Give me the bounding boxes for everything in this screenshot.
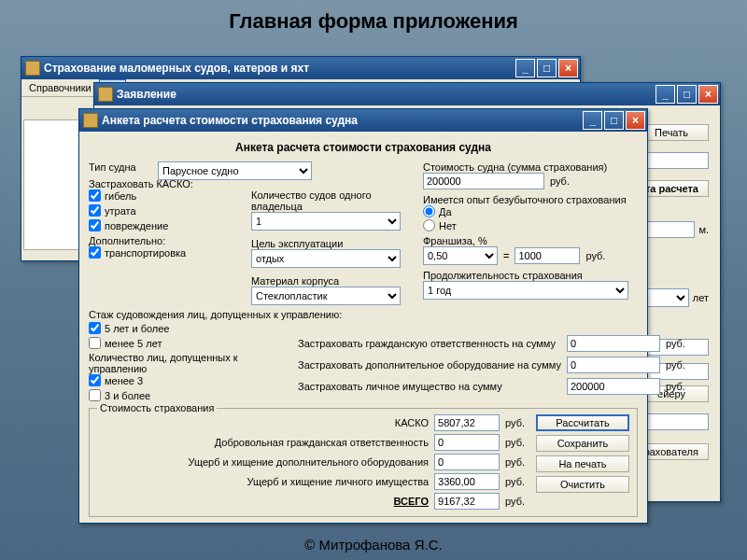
save-button[interactable]: Сохранить (536, 435, 629, 452)
check-transport[interactable] (89, 246, 101, 259)
equals-sign: = (503, 250, 509, 261)
footer: © Митрофанова Я.С. (0, 537, 747, 553)
label-no: Нет (439, 220, 457, 231)
label-rub: руб. (505, 417, 525, 428)
title-bg1: Страхование маломерных судов, катеров и … (44, 62, 515, 75)
select-duration[interactable]: 1 год (423, 281, 628, 300)
label-damage-pers: Ущерб и хищение личного имущества (97, 476, 429, 487)
select-ship-type[interactable]: Парусное судно (158, 161, 312, 180)
label-rub: руб. (666, 359, 685, 371)
label-rub: руб. (505, 476, 525, 487)
title-bg2: Заявление (117, 88, 655, 101)
check-povrezh[interactable] (89, 219, 101, 231)
app-icon (83, 113, 98, 128)
label-rub: руб. (585, 250, 605, 261)
input-cost[interactable] (423, 173, 544, 189)
input-liab[interactable] (567, 335, 660, 352)
out-damage-pers[interactable] (434, 473, 500, 490)
select-franchise-pct[interactable]: 0,50 (423, 246, 498, 265)
label-total: ВСЕГО (97, 496, 429, 507)
titlebar-main[interactable]: Анкета расчета стоимости страхования суд… (79, 109, 647, 132)
unit-m: м. (698, 224, 709, 235)
out-total[interactable] (434, 493, 500, 510)
app-icon (25, 61, 40, 76)
label-franchise: Франшиза, % (423, 235, 638, 246)
label-less3: менее 3 (105, 375, 143, 386)
label-five-more: 5 лет и более (105, 323, 169, 334)
close-button[interactable]: × (558, 59, 578, 77)
label-experience: Имеется опыт безубыточного страхования (423, 194, 638, 205)
label-volunt: Добровольная гражданская ответственность (97, 437, 429, 448)
label-rub: руб. (505, 496, 525, 507)
maximize-button[interactable]: □ (604, 111, 624, 130)
label-rub: руб. (505, 437, 525, 448)
minimize-button[interactable]: _ (655, 85, 675, 104)
select-material[interactable]: Стеклопластик (251, 287, 401, 305)
fieldset-title: Стоимость страхования (97, 402, 217, 413)
close-button[interactable]: × (698, 85, 718, 104)
label-rub: руб. (666, 381, 685, 392)
label-count-persons: Количество лиц, допущенных к управлению (89, 352, 285, 374)
check-three-more[interactable] (89, 389, 101, 401)
fieldset-results: Стоимость страхования КАСКОруб. Добровол… (89, 408, 638, 517)
out-kasko[interactable] (434, 414, 500, 431)
label-equip: Застраховать дополнительное оборудование… (298, 359, 561, 371)
titlebar-bg2[interactable]: Заявление _ □ × (94, 83, 720, 105)
label-povrezh: повреждение (105, 220, 168, 231)
check-utrata[interactable] (89, 204, 101, 217)
label-gibel: гибель (105, 190, 136, 202)
label-rub: руб. (666, 338, 685, 349)
label-dopoln: Дополнительно: (89, 235, 238, 246)
input-personal[interactable] (567, 378, 660, 395)
label-kasko-cost: КАСКО (97, 417, 429, 428)
label-duration: Продолжительность страхования (423, 270, 638, 281)
label-three-more: 3 и более (105, 390, 150, 401)
menu-spravochniki[interactable]: Справочники (21, 79, 99, 96)
check-five-more[interactable] (89, 322, 101, 334)
label-liab: Застраховать гражданскую ответственность… (298, 338, 561, 349)
input-equip[interactable] (567, 357, 660, 373)
page-title: Главная форма приложения (0, 0, 747, 39)
print-button[interactable]: На печать (536, 455, 629, 472)
minimize-button[interactable]: _ (583, 111, 602, 130)
label-utrata: утрата (105, 205, 136, 217)
label-purpose: Цель эксплуатации (251, 238, 410, 249)
calc-button[interactable]: Рассчитать (536, 414, 629, 431)
window-anketa: Анкета расчета стоимости страхования суд… (78, 108, 648, 524)
title-main: Анкета расчета стоимости страхования суд… (102, 114, 583, 127)
maximize-button[interactable]: □ (537, 59, 557, 77)
radio-yes[interactable] (423, 205, 435, 217)
close-button[interactable]: × (626, 111, 645, 130)
maximize-button[interactable]: □ (677, 85, 697, 104)
radio-no[interactable] (423, 219, 435, 231)
check-gibel[interactable] (89, 189, 101, 202)
label-transport: транспортировка (105, 247, 186, 259)
label-yes: Да (439, 206, 452, 217)
select-purpose[interactable]: отдых (251, 249, 401, 268)
label-personal: Застраховать личное имущество на сумму (298, 381, 561, 392)
label-ship-type: Тип судна (89, 161, 136, 173)
minimize-button[interactable]: _ (515, 59, 535, 77)
label-cost: Стоимость судна (сумма страхования) (423, 161, 638, 173)
out-volunt[interactable] (434, 434, 500, 451)
check-less3[interactable] (89, 374, 101, 386)
clear-button[interactable]: Очистить (536, 476, 629, 493)
out-damage-equip[interactable] (434, 454, 500, 470)
label-stazh: Стаж судовождения лиц, допущенных к упра… (89, 309, 638, 320)
label-count-ships: Количество судов одного владельца (251, 189, 410, 212)
form-heading: Анкета расчета стоимости страхования суд… (89, 137, 638, 161)
label-rub: руб. (550, 175, 570, 187)
app-icon (98, 87, 113, 102)
label-less-five: менее 5 лет (105, 338, 162, 349)
unit-let: лет (693, 292, 709, 303)
titlebar-bg1[interactable]: Страхование маломерных судов, катеров и … (21, 57, 580, 79)
label-material: Материал корпуса (251, 275, 410, 287)
check-less-five[interactable] (89, 337, 101, 349)
label-damage-equip: Ущерб и хищение дополнительного оборудов… (97, 456, 429, 468)
input-franchise-val[interactable] (514, 247, 580, 264)
label-rub: руб. (505, 456, 525, 468)
select-count-ships[interactable]: 1 (251, 212, 401, 231)
